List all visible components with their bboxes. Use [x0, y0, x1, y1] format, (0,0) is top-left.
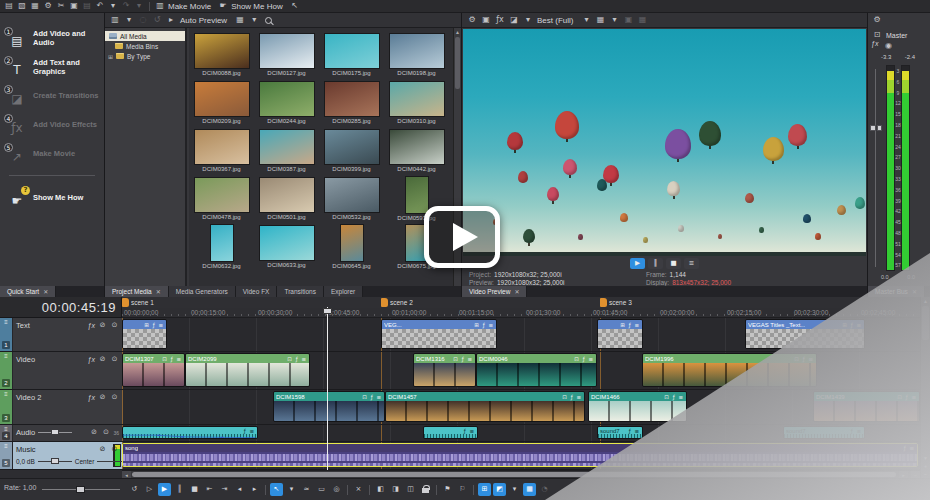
event-shuffle-button[interactable]: ◫ [404, 483, 417, 496]
timecode-display[interactable]: 00:00:45:19 [0, 297, 122, 318]
rate-slider-handle[interactable] [76, 486, 85, 493]
media-item-dcim0209-jpg[interactable]: DCIM0209.jpg [189, 78, 254, 126]
track-lane-text[interactable]: ⊞ ƒ ≡VEG...⊞ ƒ ≡⊞ ƒ ≡VEGAS Titles _Text.… [122, 318, 920, 352]
redo-dropdown-icon[interactable]: ▾ [133, 0, 145, 12]
track-header-music[interactable]: ≡5Music⊘⊙0,0 dBCenter [0, 442, 122, 470]
redo-icon[interactable]: ↷ [120, 0, 132, 12]
zoom-out-icon[interactable]: − [911, 471, 920, 478]
solo-button[interactable]: ⊙ [110, 355, 119, 364]
media-views-icon[interactable]: ▥ [109, 14, 121, 26]
mute-button[interactable]: ⊘ [98, 393, 107, 402]
go-to-start-button[interactable]: ⇤ [203, 483, 216, 496]
auto-preview-label[interactable]: Auto Preview [180, 16, 227, 25]
make-movie-icon[interactable]: ▥ [154, 0, 166, 12]
play-from-start-button[interactable]: ▷ [143, 483, 156, 496]
edit-tool-dropdown-button[interactable]: ▾ [285, 483, 298, 496]
copy-icon[interactable]: ▣ [68, 0, 80, 12]
track-grip[interactable]: ≡2 [0, 352, 13, 389]
solo-button[interactable]: ⊙ [110, 445, 119, 454]
preview-quality-label[interactable]: Best (Full) [537, 16, 573, 25]
clip-header-icons[interactable]: ⊡ ƒ ≡ [562, 394, 582, 400]
clip-audio-clip[interactable]: ƒ ≡ [423, 426, 478, 439]
volume-envelope[interactable] [123, 434, 257, 438]
close-icon[interactable]: ✕ [514, 288, 519, 295]
track-lane-video-2[interactable]: DCIM1598⊡ ƒ ≡DCIM1457⊡ ƒ ≡DCIM1466⊡ ƒ ≡D… [122, 390, 920, 425]
undo-icon[interactable]: ↶ [94, 0, 106, 12]
media-views-dropdown-icon[interactable]: ▾ [123, 14, 135, 26]
tab-media-generators[interactable]: Media Generators [169, 286, 236, 297]
track-header-video-2[interactable]: ≡3Video 2ƒx⊘⊙ [0, 390, 122, 425]
tree-item-by-type[interactable]: ⊞By Type [105, 51, 185, 61]
quickstart-item-add-video-and-audio[interactable]: ▤1Add Video and Audio [0, 23, 104, 52]
tab-master-bus[interactable]: Master Bus ✕ [868, 286, 925, 297]
tab-project-media[interactable]: Project Media✕ [105, 286, 169, 297]
quickstart-item-make-movie[interactable]: ↗5Make Movie [0, 139, 104, 168]
media-item-dcim0633-jpg[interactable]: DCIM0633.jpg [254, 222, 319, 270]
media-item-dcim0088-jpg[interactable]: DCIM0088.jpg [189, 30, 254, 78]
media-item-dcim0285-jpg[interactable]: DCIM0285.jpg [319, 78, 384, 126]
media-item-dcim0501-jpg[interactable]: DCIM0501.jpg [254, 174, 319, 222]
media-item-dcim0532-jpg[interactable]: DCIM0532.jpg [319, 174, 384, 222]
marker-scene-3[interactable]: scene 3 [600, 298, 632, 307]
playback-menu-button[interactable]: ≡ [684, 258, 699, 269]
split-screen-dropdown-icon[interactable]: ▾ [522, 14, 534, 26]
clip-text-clip[interactable]: ⊞ ƒ ≡ [122, 319, 167, 349]
scrollbar-handle[interactable] [132, 472, 896, 477]
clip-header-icons[interactable]: ⊡ ƒ ≡ [794, 356, 814, 362]
mute-button[interactable]: ⊘ [98, 321, 107, 330]
zoom-in-icon[interactable]: ＋ [921, 462, 930, 470]
media-item-dcim0478-jpg[interactable]: DCIM0478.jpg [189, 174, 254, 222]
clip-header-icons[interactable]: ƒ ≡ [464, 428, 475, 434]
horizontal-scrollbar[interactable]: ◂ ▸ − [122, 470, 920, 478]
trim-start-button[interactable]: ◧ [374, 483, 387, 496]
clip-dcim1439[interactable]: DCIM1439⊡ ƒ ≡ [813, 391, 920, 422]
playhead[interactable] [327, 307, 328, 470]
previous-frame-button[interactable]: ◂ [233, 483, 246, 496]
insert-marker-button[interactable]: ⚑ [441, 483, 454, 496]
clip-header-icons[interactable]: ⊡ ƒ ≡ [287, 356, 307, 362]
volume-slider[interactable] [38, 461, 72, 462]
stop-preview-icon[interactable]: ↺ [151, 14, 163, 26]
track-grip[interactable]: ≡4 [0, 425, 13, 441]
selection-edit-tool-button[interactable]: ▭ [315, 483, 328, 496]
media-item-dcim0198-jpg[interactable]: DCIM0198.jpg [384, 30, 449, 78]
media-item-dcim0442-jpg[interactable]: DCIM0442.jpg [384, 126, 449, 174]
clip-header-icons[interactable]: ƒ ≡ [629, 428, 640, 434]
split-button[interactable]: × [352, 483, 365, 496]
interactive-tutorials-icon[interactable]: ↖ [289, 0, 301, 12]
zoom-edit-tool-button[interactable]: ◎ [330, 483, 343, 496]
master-settings-icon[interactable]: ⚙ [871, 14, 883, 26]
media-item-dcim0399-jpg[interactable]: DCIM0399.jpg [319, 126, 384, 174]
clip-header-icons[interactable]: ⊞ ƒ ≡ [842, 322, 862, 328]
clip-audio-clip[interactable]: ƒ ≡ [122, 426, 258, 439]
solo-button[interactable]: ⊙ [110, 393, 119, 402]
time-ruler[interactable]: 00:00:00:0000:00:15:0000:00:30:0000:00:4… [122, 308, 920, 318]
track-lane-video[interactable]: DCIM1307⊡ ƒ ≡DCIM2099⊡ ƒ ≡DCIM1316⊡ ƒ ≡D… [122, 352, 920, 390]
copy-frame-icon[interactable]: ▣ [622, 14, 634, 26]
close-icon[interactable]: ✕ [43, 288, 48, 295]
pan-slider[interactable] [97, 461, 122, 462]
auto-preview-icon[interactable]: ▸ [165, 14, 177, 26]
track-header-text[interactable]: ≡1Textƒx⊘⊙ [0, 318, 122, 352]
more-tools-button[interactable]: ◔ [538, 483, 551, 496]
open-project-icon[interactable]: ▧ [16, 0, 28, 12]
media-item-dcim0632-jpg[interactable]: DCIM0632.jpg [189, 222, 254, 270]
external-monitor-icon[interactable]: ▣ [480, 14, 492, 26]
quickstart-item-add-video-effects[interactable]: ƒx4Add Video Effects [0, 110, 104, 139]
project-properties-icon[interactable]: ⚙ [42, 0, 54, 12]
clip-text-clip[interactable]: ⊞ ƒ ≡ [597, 319, 643, 349]
auto-ripple-dropdown-button[interactable]: ▾ [508, 483, 521, 496]
quickstart-item-show-me-how[interactable]: ☛?Show Me How [0, 183, 104, 212]
play-button[interactable]: ▶ [158, 483, 171, 496]
volume-slider[interactable] [38, 432, 72, 433]
split-screen-view-icon[interactable]: ◪ [508, 14, 520, 26]
close-icon[interactable]: ✕ [912, 288, 917, 295]
clip-header-icons[interactable]: ⊞ ƒ ≡ [620, 322, 640, 328]
video-output-fx-icon[interactable]: ƒx [494, 14, 506, 26]
normal-edit-tool-button[interactable]: ↖ [270, 483, 283, 496]
track-header-audio[interactable]: ≡4Audio⊘⊙36 [0, 425, 122, 442]
start-preview-icon[interactable]: ◌ [137, 14, 149, 26]
track-fx-button[interactable]: ƒx [88, 356, 95, 363]
pause-button[interactable]: ║ [648, 258, 663, 269]
make-movie-label[interactable]: Make Movie [168, 2, 211, 11]
